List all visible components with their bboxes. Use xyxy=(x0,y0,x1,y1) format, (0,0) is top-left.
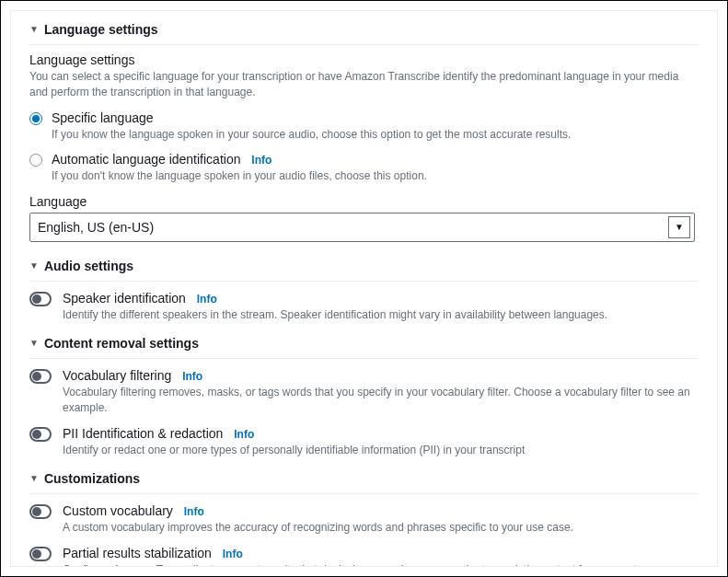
toggle-partial-results-stabilization-row: Partial results stabilization Info Confi… xyxy=(11,546,717,567)
toggle-vocabulary-filtering[interactable] xyxy=(29,369,52,384)
section-title: Content removal settings xyxy=(44,336,199,351)
radio-description: If you know the language spoken in your … xyxy=(52,127,699,143)
toggle-text: Partial results stabilization Info Confi… xyxy=(63,546,665,567)
info-link[interactable]: Info xyxy=(251,154,272,167)
language-select[interactable]: English, US (en-US) ▼ xyxy=(29,213,695,242)
language-settings-content: Language settings You can select a speci… xyxy=(11,45,717,246)
toggle-title: Custom vocabulary xyxy=(63,503,173,518)
chevron-down-icon: ▼ xyxy=(29,261,39,271)
radio-specific-language-row: Specific language xyxy=(29,110,699,125)
toggle-description: Identify the different speakers in the s… xyxy=(63,307,607,323)
divider xyxy=(29,358,699,359)
radio-label: Automatic language identification xyxy=(52,152,240,167)
toggle-text: Custom vocabulary Info A custom vocabula… xyxy=(63,503,573,536)
group-description: You can select a specific language for y… xyxy=(29,69,699,101)
toggle-speaker-identification-row: Speaker identification Info Identify the… xyxy=(11,291,717,323)
select-value: English, US (en-US) xyxy=(38,220,154,235)
settings-panel: ▼ Language settings Language settings Yo… xyxy=(10,10,718,567)
toggle-custom-vocabulary-row: Custom vocabulary Info A custom vocabula… xyxy=(11,503,717,536)
divider xyxy=(29,493,699,494)
info-link[interactable]: Info xyxy=(234,428,254,441)
toggle-description: Identify or redact one or more types of … xyxy=(63,443,525,458)
section-customizations[interactable]: ▼ Customizations xyxy=(11,458,717,493)
dropdown-caret-icon: ▼ xyxy=(668,216,690,238)
toggle-custom-vocabulary[interactable] xyxy=(29,504,52,519)
language-field-label: Language xyxy=(29,194,699,209)
chevron-down-icon: ▼ xyxy=(29,474,39,483)
toggle-partial-results-stabilization[interactable] xyxy=(29,547,52,561)
toggle-text: PII Identification & redaction Info Iden… xyxy=(63,426,525,458)
radio-label: Specific language xyxy=(52,110,154,125)
section-title: Audio settings xyxy=(44,259,133,273)
group-title: Language settings xyxy=(29,52,699,67)
toggle-vocabulary-filtering-row: Vocabulary filtering Info Vocabulary fil… xyxy=(11,368,717,417)
toggle-title: Speaker identification xyxy=(63,291,186,306)
toggle-pii-identification-redaction[interactable] xyxy=(29,427,52,442)
radio-description: If you don't know the language spoken in… xyxy=(52,168,699,184)
radio-auto-language-row: Automatic language identification Info xyxy=(29,152,699,167)
chevron-down-icon: ▼ xyxy=(29,25,39,34)
toggle-title: PII Identification & redaction xyxy=(63,426,223,441)
toggle-text: Vocabulary filtering Info Vocabulary fil… xyxy=(63,368,699,417)
toggle-description: A custom vocabulary improves the accurac… xyxy=(63,520,573,536)
info-link[interactable]: Info xyxy=(223,548,243,560)
toggle-text: Speaker identification Info Identify the… xyxy=(63,291,607,323)
section-content-removal-settings[interactable]: ▼ Content removal settings xyxy=(11,323,717,358)
section-audio-settings[interactable]: ▼ Audio settings xyxy=(11,246,717,281)
toggle-title: Partial results stabilization xyxy=(63,546,212,560)
divider xyxy=(29,281,699,282)
toggle-description: Configure Amazon Transcribe to present r… xyxy=(63,562,665,567)
settings-panel-frame: ▼ Language settings Language settings Yo… xyxy=(0,0,728,577)
info-link[interactable]: Info xyxy=(182,370,202,383)
toggle-speaker-identification[interactable] xyxy=(29,292,52,306)
chevron-down-icon: ▼ xyxy=(29,339,39,348)
section-title: Customizations xyxy=(44,471,140,486)
section-language-settings[interactable]: ▼ Language settings xyxy=(11,11,717,44)
radio-automatic-language-identification[interactable] xyxy=(29,154,42,167)
toggle-title: Vocabulary filtering xyxy=(63,368,171,383)
toggle-description: Vocabulary filtering removes, masks, or … xyxy=(63,385,699,417)
toggle-pii-redaction-row: PII Identification & redaction Info Iden… xyxy=(11,426,717,458)
section-title: Language settings xyxy=(44,22,158,37)
info-link[interactable]: Info xyxy=(184,505,204,518)
radio-specific-language[interactable] xyxy=(29,112,42,125)
info-link[interactable]: Info xyxy=(197,293,217,306)
